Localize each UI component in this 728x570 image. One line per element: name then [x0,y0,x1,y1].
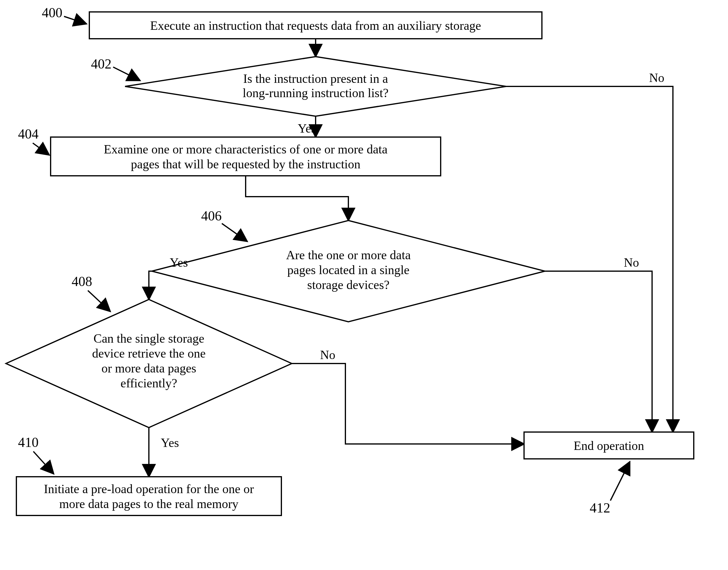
ref-arrow-412: 412 [590,462,630,516]
ref-label-410: 410 [18,435,39,450]
ref-label-406: 406 [201,208,222,224]
node-408-line2: device retrieve the one [92,346,205,360]
node-400: Execute an instruction that requests dat… [89,12,542,39]
node-400-text: Execute an instruction that requests dat… [150,19,481,32]
node-406-line1: Are the one or more data [286,248,411,262]
svg-line-8 [222,224,247,241]
edge-406-yes-label: Yes [170,256,188,269]
edge-408-no: No [292,348,524,444]
node-404-line1: Examine one or more characteristics of o… [104,142,388,156]
node-410: Initiate a pre-load operation for the on… [16,477,281,516]
node-406-line2: pages located in a single [287,263,410,277]
edge-402-yes-label: Yes [298,121,316,135]
node-408-line3: or more data pages [101,361,196,375]
ref-label-412: 412 [590,500,610,516]
ref-arrow-404: 404 [18,126,49,155]
edge-402-no-label: No [649,71,664,85]
ref-arrow-408: 408 [72,274,110,311]
ref-arrow-406: 406 [201,208,247,241]
ref-label-408: 408 [72,274,92,289]
svg-line-13 [33,452,54,474]
svg-line-6 [33,143,49,155]
node-408: Can the single storage device retrieve t… [6,299,292,428]
svg-line-10 [88,291,110,311]
node-404: Examine one or more characteristics of o… [51,137,441,176]
edge-402-yes: Yes [298,116,316,137]
ref-label-400: 400 [42,5,62,20]
edge-402-no: No [506,71,673,432]
edge-408-yes: Yes [149,428,179,477]
edge-408-yes-label: Yes [161,436,179,450]
node-412-text: End operation [574,439,644,453]
node-408-line4: efficiently? [121,376,177,390]
node-408-line1: Can the single storage [93,332,204,345]
node-410-line2: more data pages to the real memory [59,497,238,511]
ref-arrow-410: 410 [18,435,54,474]
svg-line-3 [113,67,140,80]
node-402-line1: Is the instruction present in a [243,72,388,85]
edge-406-no: No [545,256,652,432]
node-412: End operation [524,432,694,459]
edge-404-to-406 [246,176,348,221]
node-402-line2: long-running instruction list? [243,86,389,100]
edge-408-no-label: No [320,348,335,362]
node-404-line2: pages that will be requested by the inst… [131,157,360,171]
node-410-line1: Initiate a pre-load operation for the on… [44,482,254,496]
node-402: Is the instruction present in a long-run… [125,57,506,116]
edge-406-no-label: No [624,256,639,269]
ref-arrow-400: 400 [42,5,87,24]
ref-label-402: 402 [91,56,112,71]
svg-line-1 [64,16,86,24]
svg-line-15 [610,462,630,501]
ref-arrow-402: 402 [91,56,140,80]
ref-label-404: 404 [18,126,39,141]
node-406-line3: storage devices? [307,278,390,292]
node-406: Are the one or more data pages located i… [152,221,545,322]
flowchart-diagram: Execute an instruction that requests dat… [0,0,728,570]
